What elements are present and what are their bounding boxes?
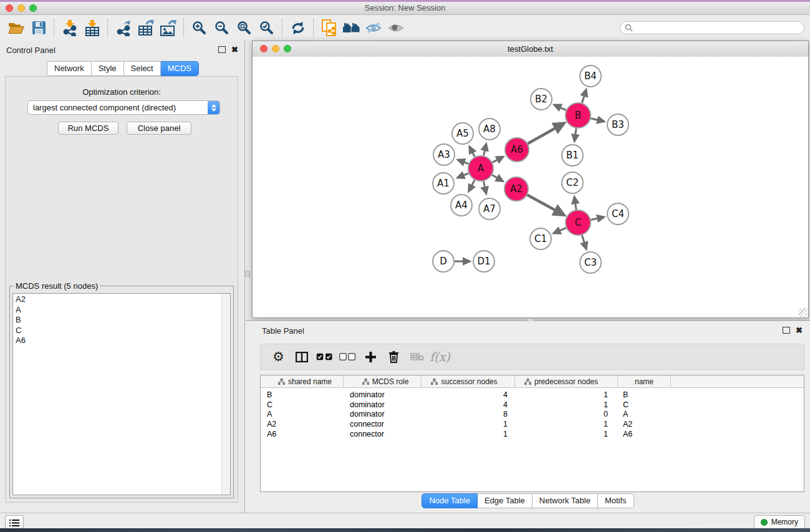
list-item[interactable]: A2 [13, 294, 221, 305]
refresh-layout-icon[interactable] [287, 18, 309, 38]
graph-edge[interactable] [528, 123, 564, 143]
graph-node-label: A8 [483, 123, 496, 135]
network-window-titlebar: testGlobe.txt [253, 41, 808, 57]
graph-edge[interactable] [483, 181, 486, 194]
float-table-panel-icon[interactable] [783, 327, 790, 334]
table-settings-icon[interactable]: ⚙ [267, 346, 290, 367]
network-canvas[interactable]: B4B2BB3A5A8A6A3AB1A1A2C2A4A7C4CC1DD1C3 [253, 57, 808, 317]
run-mcds-button[interactable]: Run MCDS [58, 122, 118, 135]
search-input[interactable] [635, 22, 804, 34]
export-network-icon[interactable] [112, 18, 135, 38]
graph-edge[interactable] [554, 105, 566, 110]
list-item[interactable]: C [13, 326, 221, 336]
scrollbar[interactable] [221, 294, 230, 495]
memory-label: Memory [771, 518, 798, 526]
split-handle-vertical[interactable] [245, 271, 250, 277]
table-row[interactable]: Adominator80A [261, 410, 804, 420]
table-row[interactable]: Bdominator41B [261, 390, 804, 400]
graph-node-label: B4 [584, 70, 597, 82]
column-header[interactable]: shared name [261, 375, 344, 387]
home-icon[interactable] [340, 18, 363, 38]
table-row[interactable]: A6connector11A6 [261, 429, 804, 439]
graph-edge[interactable] [458, 160, 468, 163]
column-header[interactable]: name [618, 375, 671, 387]
graph-node-label: D1 [477, 256, 490, 267]
list-item[interactable]: A [13, 305, 221, 316]
desktop-edge-bottom [0, 528, 810, 532]
close-panel-icon[interactable]: ✖ [231, 47, 238, 53]
show-columns-icon[interactable] [290, 346, 313, 367]
hide-selected-icon[interactable] [363, 18, 385, 38]
graph-edge[interactable] [582, 90, 586, 103]
zoom-in-icon[interactable] [188, 18, 211, 38]
graph-edge[interactable] [493, 157, 503, 162]
graph-edge[interactable] [469, 180, 475, 191]
mcds-result-list[interactable]: A2 A B C A6 [12, 293, 231, 495]
tab-motifs[interactable]: Motifs [598, 493, 634, 508]
list-item[interactable]: A6 [13, 336, 221, 346]
tab-network-table[interactable]: Network Table [533, 493, 598, 508]
unselect-all-columns-icon[interactable] [336, 346, 359, 367]
column-header[interactable]: MCDS role [344, 375, 422, 387]
create-column-icon[interactable] [359, 346, 382, 367]
select-all-columns-icon[interactable] [313, 346, 336, 367]
open-session-icon[interactable] [5, 18, 27, 38]
graph-edge[interactable] [582, 235, 586, 249]
delete-column-icon[interactable] [382, 346, 405, 367]
graph-edge[interactable] [591, 217, 604, 220]
list-item[interactable]: B [13, 315, 221, 326]
graph-node-label: B2 [535, 94, 547, 105]
tab-select[interactable]: Select [124, 61, 161, 76]
zoom-fit-icon[interactable] [233, 18, 256, 38]
graph-edge[interactable] [574, 197, 576, 210]
graph-edge[interactable] [554, 228, 566, 233]
column-header[interactable]: successor nodes [422, 375, 515, 387]
search-icon [625, 24, 633, 32]
graph-edge[interactable] [492, 175, 503, 181]
resize-grip-icon[interactable] [799, 308, 808, 317]
screen: Session: New Session [0, 0, 810, 532]
column-header[interactable]: predecessor nodes [515, 375, 618, 387]
memory-button[interactable]: Memory [754, 515, 805, 529]
mcds-result-title: MCDS result (5 nodes) [14, 281, 100, 291]
graph-edge[interactable] [528, 195, 564, 215]
graph-node-label: A7 [483, 203, 496, 215]
close-panel-button[interactable]: Close panel [127, 122, 191, 135]
tab-node-table[interactable]: Node Table [422, 493, 478, 508]
graph-node-label: B1 [566, 150, 579, 161]
tab-network[interactable]: Network [47, 61, 92, 76]
import-network-icon[interactable] [59, 18, 81, 38]
export-table-icon[interactable] [135, 18, 157, 38]
tab-mcds[interactable]: MCDS [161, 61, 199, 76]
save-session-icon[interactable] [27, 18, 50, 38]
import-table-icon[interactable] [81, 18, 104, 38]
export-image-icon[interactable] [157, 18, 180, 38]
table-row[interactable]: Cdominator41C [261, 400, 804, 410]
mcds-result-group: MCDS result (5 nodes) A2 A B C A6 [9, 286, 234, 498]
search-field[interactable] [620, 21, 804, 34]
attribute-icon [362, 379, 369, 385]
close-table-panel-icon[interactable]: ✖ [796, 327, 803, 334]
graph-edge[interactable] [484, 144, 486, 156]
show-all-icon[interactable] [385, 18, 408, 38]
graph-node-label: B3 [612, 119, 624, 130]
criterion-select[interactable]: largest connected component (directed) [27, 100, 220, 115]
graph-edge[interactable] [458, 173, 469, 178]
network-graph[interactable]: B4B2BB3A5A8A6A3AB1A1A2C2A4A7C4CC1DD1C3 [253, 57, 808, 317]
graph-node-label: B [575, 110, 581, 121]
tab-style[interactable]: Style [92, 61, 124, 76]
node-table[interactable]: shared name MCDS role successor nodes pr… [260, 375, 804, 492]
float-panel-icon[interactable] [218, 46, 226, 53]
attribute-icon [431, 379, 438, 385]
graph-edge[interactable] [470, 147, 475, 157]
graph-node-label: A2 [510, 183, 523, 195]
zoom-out-icon[interactable] [211, 18, 233, 38]
graph-edge[interactable] [591, 118, 604, 122]
network-copy-icon[interactable] [318, 18, 340, 38]
graph-node-label: A3 [438, 149, 450, 160]
table-row[interactable]: A2connector11A2 [261, 419, 804, 429]
zoom-selected-icon[interactable] [256, 18, 278, 38]
tab-edge-table[interactable]: Edge Table [478, 493, 533, 508]
graph-edge[interactable] [574, 128, 576, 141]
status-bar: Memory [0, 513, 810, 530]
